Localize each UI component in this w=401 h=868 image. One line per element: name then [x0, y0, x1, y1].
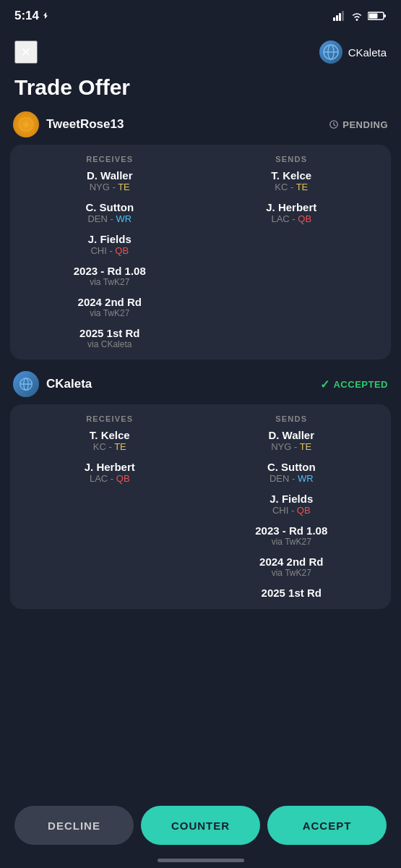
svg-rect-5 [384, 14, 386, 17]
receives-items-tweetrose: D. Waller NYG - TE C. Sutton DEN - WR J.… [22, 169, 198, 349]
sends-header-tweetrose: SENDS [204, 155, 380, 169]
section-user-tweetrose: ✦ TweetRose13 [13, 111, 124, 137]
receives-header-tweetrose: RECEIVES [22, 155, 198, 169]
username-tweetrose: TweetRose13 [46, 117, 124, 132]
svg-text:✦: ✦ [22, 120, 30, 130]
globe-icon [322, 43, 340, 61]
wifi-icon [350, 11, 363, 21]
receives-items-ckaleta: T. Kelce KC - TE J. Herbert LAC - QB [22, 429, 198, 484]
avatar-tweetrose: ✦ [13, 111, 39, 137]
list-item: J. Herbert LAC - QB [85, 461, 135, 484]
list-item: D. Waller NYG - TE [268, 429, 314, 452]
svg-rect-2 [339, 13, 341, 21]
coin-icon: ✦ [18, 116, 34, 132]
list-item: J. Fields CHI - QB [88, 233, 131, 256]
svg-rect-3 [342, 11, 344, 21]
page-title: Trade Offer [0, 69, 401, 111]
list-item: T. Kelce KC - TE [90, 429, 130, 452]
content-area: ✦ TweetRose13 PENDING RECEIVES [0, 111, 401, 707]
counter-button[interactable]: COUNTER [141, 806, 260, 845]
close-button[interactable]: × [14, 41, 38, 64]
accept-button[interactable]: ACCEPT [267, 806, 387, 845]
receives-col-ckaleta: RECEIVES T. Kelce KC - TE J. Herbert LAC… [22, 414, 198, 599]
list-item: 2025 1st Rd via CKaleta [79, 327, 139, 349]
trade-columns-ckaleta: RECEIVES T. Kelce KC - TE J. Herbert LAC… [22, 414, 379, 599]
avatar-ckaleta [13, 371, 39, 397]
username-ckaleta: CKaleta [46, 377, 92, 391]
globe-icon-2 [18, 376, 34, 392]
list-item: D. Waller NYG - TE [87, 169, 133, 192]
status-badge-pending: PENDING [329, 119, 388, 130]
list-item: 2024 2nd Rd via TwK27 [259, 556, 323, 578]
list-item: 2023 - Rd 1.08 via TwK27 [74, 265, 146, 287]
checkmark-icon: ✓ [320, 378, 330, 391]
trade-section-tweetrose: ✦ TweetRose13 PENDING RECEIVES [10, 111, 391, 359]
trade-section-ckaleta: CKaleta ✓ ACCEPTED RECEIVES T. Kelce KC … [10, 371, 391, 609]
status-time: 5:14 [14, 9, 51, 23]
receives-header-ckaleta: RECEIVES [22, 414, 198, 429]
status-badge-accepted: ✓ ACCEPTED [320, 378, 388, 391]
trade-card-tweetrose: RECEIVES D. Waller NYG - TE C. Sutton DE… [10, 145, 391, 359]
svg-rect-0 [333, 17, 335, 21]
svg-rect-6 [369, 14, 378, 19]
status-bar: 5:14 [0, 0, 401, 29]
decline-button[interactable]: DECLINE [14, 806, 134, 845]
sends-items-tweetrose: T. Kelce KC - TE J. Herbert LAC - QB [204, 169, 380, 224]
trade-columns-tweetrose: RECEIVES D. Waller NYG - TE C. Sutton DE… [22, 155, 379, 349]
header-right: CKaleta [319, 41, 387, 64]
header: × CKaleta [0, 29, 401, 69]
action-bar: DECLINE COUNTER ACCEPT [0, 794, 401, 868]
section-header-ckaleta: CKaleta ✓ ACCEPTED [10, 371, 391, 404]
sends-header-ckaleta: SENDS [204, 414, 380, 429]
list-item: C. Sutton DEN - WR [267, 461, 316, 484]
status-icons [333, 11, 387, 21]
trade-card-ckaleta: RECEIVES T. Kelce KC - TE J. Herbert LAC… [10, 404, 391, 609]
list-item: J. Herbert LAC - QB [266, 201, 316, 224]
battery-icon [368, 11, 387, 21]
receives-col-tweetrose: RECEIVES D. Waller NYG - TE C. Sutton DE… [22, 155, 198, 349]
list-item: J. Fields CHI - QB [270, 493, 313, 516]
header-avatar [319, 41, 342, 64]
list-item: C. Sutton DEN - WR [85, 201, 134, 224]
list-item: T. Kelce KC - TE [271, 169, 311, 192]
section-header-tweetrose: ✦ TweetRose13 PENDING [10, 111, 391, 145]
sends-items-ckaleta: D. Waller NYG - TE C. Sutton DEN - WR J.… [204, 429, 380, 599]
sends-col-ckaleta: SENDS D. Waller NYG - TE C. Sutton DEN -… [204, 414, 380, 599]
section-user-ckaleta: CKaleta [13, 371, 92, 397]
list-item: 2024 2nd Rd via TwK27 [78, 296, 142, 318]
svg-rect-1 [336, 15, 338, 21]
clock-icon [329, 119, 339, 129]
list-item: 2025 1st Rd [262, 587, 322, 599]
header-username: CKaleta [348, 46, 387, 59]
sends-col-tweetrose: SENDS T. Kelce KC - TE J. Herbert LAC - … [204, 155, 380, 349]
list-item: 2023 - Rd 1.08 via TwK27 [255, 524, 327, 547]
signal-icon [333, 11, 346, 21]
home-indicator [158, 859, 244, 862]
location-icon [42, 12, 51, 20]
